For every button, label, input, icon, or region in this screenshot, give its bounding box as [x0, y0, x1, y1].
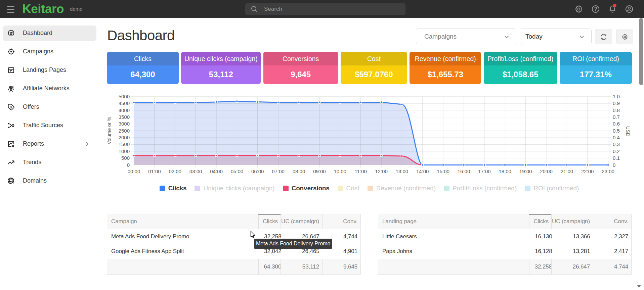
- svg-text:500: 500: [121, 155, 130, 161]
- svg-text:11:00: 11:00: [354, 168, 367, 174]
- svg-text:08:00: 08:00: [293, 168, 305, 174]
- svg-text:0.5: 0.5: [613, 128, 620, 134]
- svg-text:0: 0: [613, 162, 615, 168]
- svg-text:20:00: 20:00: [540, 168, 553, 174]
- svg-text:21:00: 21:00: [561, 168, 573, 174]
- svg-text:$: $: [10, 105, 12, 109]
- svg-text:16:00: 16:00: [458, 168, 470, 174]
- svg-text:5000: 5000: [119, 94, 130, 99]
- svg-text:15:00: 15:00: [437, 168, 449, 174]
- svg-text:1500: 1500: [119, 141, 130, 147]
- svg-text:0.7: 0.7: [613, 114, 620, 120]
- svg-text:22:00: 22:00: [581, 168, 594, 174]
- svg-text:10:00: 10:00: [334, 168, 346, 174]
- svg-text:19:00: 19:00: [519, 168, 532, 174]
- svg-text:0: 0: [127, 162, 130, 168]
- svg-text:2500: 2500: [119, 128, 130, 134]
- svg-text:01:00: 01:00: [148, 168, 161, 174]
- svg-text:13:00: 13:00: [396, 168, 409, 174]
- svg-text:12:00: 12:00: [375, 168, 388, 174]
- svg-text:4500: 4500: [119, 100, 130, 106]
- svg-text:3000: 3000: [119, 121, 130, 127]
- svg-text:0.4: 0.4: [613, 135, 620, 140]
- svg-text:0.1: 0.1: [613, 155, 620, 161]
- svg-text:0.3: 0.3: [613, 141, 620, 147]
- svg-text:14:00: 14:00: [416, 168, 429, 174]
- svg-text:0.8: 0.8: [613, 107, 620, 113]
- svg-text:2000: 2000: [119, 135, 130, 140]
- svg-text:1.0: 1.0: [613, 94, 620, 99]
- svg-text:05:00: 05:00: [231, 168, 244, 174]
- svg-text:0.2: 0.2: [613, 148, 620, 154]
- svg-text:0.6: 0.6: [613, 121, 620, 127]
- svg-text:03:00: 03:00: [189, 168, 202, 174]
- svg-text:09:00: 09:00: [313, 168, 326, 174]
- svg-text:USD: USD: [625, 126, 631, 137]
- svg-text:3500: 3500: [119, 114, 130, 120]
- svg-text:0.9: 0.9: [613, 100, 620, 106]
- svg-text:06:00: 06:00: [251, 168, 264, 174]
- svg-text:1000: 1000: [119, 148, 130, 154]
- svg-text:07:00: 07:00: [272, 168, 285, 174]
- svg-text:18:00: 18:00: [499, 168, 511, 174]
- svg-text:17:00: 17:00: [478, 168, 491, 174]
- svg-text:02:00: 02:00: [169, 168, 181, 174]
- svg-text:00:00: 00:00: [128, 168, 140, 174]
- svg-text:Volume or %: Volume or %: [107, 117, 112, 144]
- svg-text:4000: 4000: [119, 107, 130, 113]
- svg-text:04:00: 04:00: [210, 168, 223, 174]
- svg-text:23:00: 23:00: [602, 168, 614, 174]
